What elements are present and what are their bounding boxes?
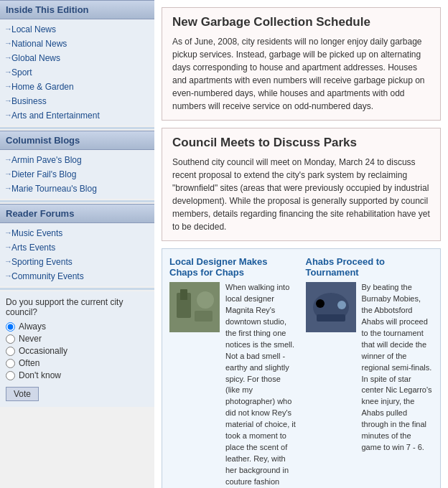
divider-3: [0, 288, 154, 290]
divider-1: [0, 127, 154, 129]
article-chaps-body-container: When walking into local designer Magnita…: [169, 282, 297, 488]
sidebar-item-armin[interactable]: Armin Pave's Blog: [0, 153, 154, 167]
columnist-links: Armin Pave's Blog Dieter Fail's Blog Mar…: [0, 150, 154, 199]
poll-radio-always[interactable]: [6, 322, 15, 332]
article-parks-body: Southend city council will meet on Monda…: [172, 156, 430, 233]
poll-option-never[interactable]: Never: [6, 334, 149, 344]
poll-radio-never[interactable]: [6, 334, 15, 344]
forums-title: Reader Forums: [0, 204, 154, 223]
article-ahabs: Ahabs Proceed to Tournament By beating t…: [306, 256, 434, 488]
chaps-image-svg: [169, 282, 220, 332]
poll-question: Do you support the current city council?: [6, 297, 149, 317]
vote-button[interactable]: Vote: [6, 387, 39, 401]
columnist-title: Columnist Blogs: [0, 131, 154, 150]
poll-radio-dontknow[interactable]: [6, 371, 15, 380]
article-ahabs-image: [306, 282, 356, 332]
article-garbage-body: As of June, 2008, city residents will no…: [172, 35, 430, 113]
svg-point-7: [316, 299, 325, 308]
forums-section: Reader Forums Music Events Arts Events S…: [0, 204, 154, 286]
poll-label-often: Often: [19, 358, 39, 368]
divider-2: [0, 200, 154, 202]
columnist-section: Columnist Blogs Armin Pave's Blog Dieter…: [0, 131, 154, 199]
poll-option-occasionally[interactable]: Occasionally: [6, 346, 149, 356]
sidebar-item-national-news[interactable]: National News: [0, 37, 154, 51]
sidebar-item-dieter[interactable]: Dieter Fail's Blog: [0, 167, 154, 182]
poll-label-occasionally: Occasionally: [19, 346, 67, 356]
edition-section: Inside This Edition Local News National …: [0, 0, 154, 126]
articles-bottom: Local Designer Makes Chaps for Chaps Whe…: [162, 248, 441, 488]
sidebar-item-sporting-events[interactable]: Sporting Events: [0, 255, 154, 269]
forum-links: Music Events Arts Events Sporting Events…: [0, 223, 154, 286]
article-ahabs-title: Ahabs Proceed to Tournament: [306, 256, 434, 278]
main-layout: Inside This Edition Local News National …: [0, 0, 448, 488]
main-content: New Garbage Collection Schedule As of Ju…: [154, 0, 448, 488]
sidebar-item-marie[interactable]: Marie Tourneau's Blog: [0, 182, 154, 196]
ahabs-image-svg: [306, 282, 356, 332]
article-chaps: Local Designer Makes Chaps for Chaps Whe…: [169, 256, 297, 488]
sidebar-item-global-news[interactable]: Global News: [0, 51, 154, 65]
poll-radio-often[interactable]: [6, 359, 15, 368]
sidebar-item-arts[interactable]: Arts and Entertainment: [0, 108, 154, 123]
article-ahabs-body-container: By beating the Burnaby Mobies, the Abbot…: [306, 282, 434, 454]
sidebar-item-local-news[interactable]: Local News: [0, 22, 154, 37]
edition-links: Local News National News Global News Spo…: [0, 19, 154, 126]
poll-option-often[interactable]: Often: [6, 358, 149, 368]
svg-point-3: [197, 291, 214, 309]
sidebar-item-sport[interactable]: Sport: [0, 65, 154, 80]
article-chaps-title: Local Designer Makes Chaps for Chaps: [169, 256, 297, 278]
article-garbage: New Garbage Collection Schedule As of Ju…: [162, 7, 441, 121]
svg-rect-9: [317, 314, 345, 322]
sidebar-item-home-garden[interactable]: Home & Garden: [0, 80, 154, 94]
article-parks: Council Meets to Discuss Parks Southend …: [162, 128, 441, 241]
article-parks-title: Council Meets to Discuss Parks: [172, 136, 430, 150]
sidebar-item-business[interactable]: Business: [0, 94, 154, 108]
poll-option-always[interactable]: Always: [6, 322, 149, 332]
article-chaps-body: When walking into local designer Magnita…: [225, 282, 297, 488]
svg-rect-2: [180, 289, 187, 300]
poll-section: Do you support the current city council?…: [0, 291, 154, 407]
article-ahabs-body: By beating the Burnaby Mobies, the Abbot…: [362, 282, 434, 454]
poll-label-always: Always: [19, 322, 46, 332]
article-garbage-title: New Garbage Collection Schedule: [172, 15, 430, 29]
svg-rect-4: [195, 311, 213, 322]
poll-label-never: Never: [19, 334, 42, 344]
sidebar-item-community-events[interactable]: Community Events: [0, 269, 154, 283]
poll-option-dontknow[interactable]: Don't know: [6, 370, 149, 380]
poll-radio-occasionally[interactable]: [6, 347, 15, 356]
sidebar-item-arts-events[interactable]: Arts Events: [0, 240, 154, 255]
edition-title: Inside This Edition: [0, 0, 154, 19]
article-chaps-image: [169, 282, 220, 332]
sidebar-item-music-events[interactable]: Music Events: [0, 226, 154, 240]
svg-point-8: [337, 301, 346, 309]
sidebar: Inside This Edition Local News National …: [0, 0, 154, 488]
poll-label-dontknow: Don't know: [19, 370, 61, 380]
